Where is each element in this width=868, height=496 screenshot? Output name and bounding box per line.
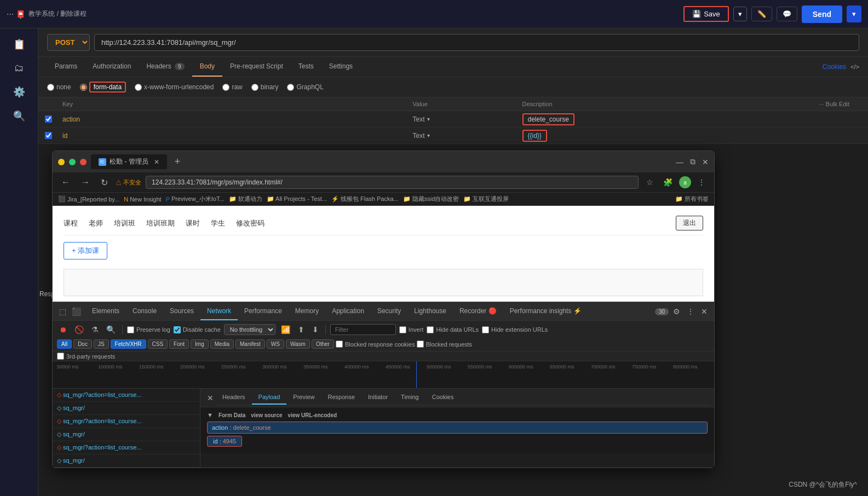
filter-other[interactable]: Other [312, 339, 334, 349]
clear-btn[interactable]: 🚫 [72, 323, 86, 336]
view-urlencoded-link[interactable]: view URL-encoded [288, 412, 337, 418]
postman-ellipsis[interactable]: ··· [7, 9, 14, 19]
tab-tests[interactable]: Tests [291, 57, 321, 77]
bookmark-interconnect[interactable]: 📁 互联互通投屏 [463, 195, 509, 203]
nav-training[interactable]: 培训班 [114, 218, 135, 228]
nav-forward-btn[interactable]: → [78, 176, 93, 188]
sidebar-icon-history[interactable]: 📋 [9, 34, 30, 55]
bookmark-linehou[interactable]: ⚡ 线猴包 Flash Packa... [331, 195, 399, 203]
record-btn[interactable]: ⏺ [57, 323, 69, 336]
hide-ext-urls-check[interactable]: Hide extension URLs [482, 326, 548, 333]
filter-ws[interactable]: WS [267, 339, 284, 349]
devtools-close-btn[interactable]: ✕ [699, 305, 710, 318]
dt-tab-sources[interactable]: Sources [163, 303, 200, 320]
radio-formdata[interactable]: form-data [80, 82, 126, 93]
row1-type[interactable]: Text ▾ [409, 112, 518, 126]
sidebar-icon-collections[interactable]: 🗂 [10, 58, 28, 78]
address-input[interactable] [146, 176, 639, 189]
download-btn[interactable]: ⬇ [310, 323, 321, 336]
nav-teacher[interactable]: 老师 [89, 218, 103, 228]
np-tab-cookies[interactable]: Cookies [426, 390, 461, 405]
tab-headers[interactable]: Headers 9 [139, 57, 192, 77]
save-dropdown-button[interactable]: ▾ [733, 7, 747, 21]
filter-wasm[interactable]: Wasm [286, 339, 310, 349]
dt-tab-console[interactable]: Console [126, 303, 163, 320]
view-source-link[interactable]: view source [251, 412, 282, 418]
browser-max-btn[interactable] [69, 159, 76, 165]
comment-button[interactable]: 💬 [777, 7, 797, 21]
filter-media[interactable]: Media [210, 339, 234, 349]
np-tab-headers[interactable]: Headers [216, 390, 252, 405]
tab-body[interactable]: Body [192, 57, 222, 77]
net-item-6[interactable]: ◇ sq_mgr/ [53, 454, 200, 468]
nav-training-period[interactable]: 培训班期 [146, 218, 175, 228]
xml-btn[interactable]: </> [850, 64, 859, 70]
devtools-pointer-btn[interactable]: ⬚ [57, 305, 68, 318]
blocked-requests-check[interactable]: Blocked requests [417, 339, 472, 349]
win-restore-btn[interactable]: ⧉ [690, 157, 695, 166]
net-item-5[interactable]: ◇ sq_mgr/?action=list_course... [53, 441, 200, 454]
browser-min-btn[interactable] [58, 159, 65, 165]
user-btn[interactable]: a [679, 176, 691, 188]
radio-raw[interactable]: raw [222, 83, 242, 91]
edit-button[interactable]: ✏️ [751, 7, 772, 21]
row2-check[interactable] [38, 128, 58, 143]
send-dropdown-button[interactable]: ▾ [847, 5, 861, 22]
row2-type[interactable]: Text ▾ [409, 129, 518, 143]
radio-none[interactable]: none [47, 83, 71, 91]
browser-tab[interactable]: 松 松勤 - 管理员 ✕ [91, 154, 167, 169]
third-party-check[interactable]: 3rd-party requests [57, 353, 710, 360]
panel-close-btn[interactable]: ✕ [205, 391, 216, 405]
devtools-more-btn[interactable]: ⋮ [685, 305, 697, 318]
bookmark-folder1[interactable]: 📁 软通动力 [229, 195, 262, 203]
tab-settings[interactable]: Settings [321, 57, 360, 77]
url-input[interactable] [94, 34, 859, 51]
net-item-1[interactable]: ◇ sq_mgr/?action=list_course... [53, 389, 200, 402]
wifi-btn[interactable]: 📶 [279, 323, 292, 336]
browser-close-btn[interactable] [80, 159, 87, 165]
save-button[interactable]: 💾 Save [683, 6, 729, 22]
disable-cache-check[interactable]: Disable cache [174, 326, 221, 333]
dt-tab-elements[interactable]: Elements [85, 303, 126, 320]
hide-data-urls-check[interactable]: Hide data URLs [427, 326, 479, 333]
nav-refresh-btn[interactable]: ↻ [97, 176, 111, 189]
search-btn[interactable]: 🔍 [104, 323, 118, 336]
devtools-inspect-btn[interactable]: ⬛ [70, 305, 83, 318]
nav-lesson[interactable]: 课时 [186, 218, 200, 228]
bookmark-preview[interactable]: P Previvew_小米IoT... [166, 195, 225, 203]
nav-course[interactable]: 课程 [64, 218, 78, 228]
row1-key[interactable]: action [58, 112, 409, 126]
dt-tab-security[interactable]: Security [371, 303, 407, 320]
throttle-select[interactable]: No throttling [224, 324, 275, 335]
net-item-3[interactable]: ◇ sq_mgr/?action=list_course... [53, 415, 200, 428]
more-btn[interactable]: ⋮ [694, 177, 709, 188]
radio-binary[interactable]: binary [251, 83, 279, 91]
filter-js[interactable]: JS [94, 339, 109, 349]
np-tab-payload[interactable]: Payload [252, 390, 287, 405]
bookmark-newinsight[interactable]: N New Insight [124, 196, 161, 203]
cookies-link[interactable]: Cookies [823, 63, 846, 71]
row1-value[interactable]: delete_course [518, 112, 869, 126]
dt-tab-perf-insights[interactable]: Performance insights ⚡ [503, 303, 588, 320]
method-select[interactable]: POST [47, 34, 90, 51]
add-course-btn[interactable]: + 添加课 [64, 242, 107, 259]
sidebar-icon-settings[interactable]: ⚙️ [9, 82, 30, 102]
dt-tab-lighthouse[interactable]: Lighthouse [407, 303, 453, 320]
bookmark-btn[interactable]: ☆ [643, 177, 657, 188]
blocked-cookies-check[interactable]: Blocked response cookies [336, 339, 415, 349]
devtools-settings-btn[interactable]: ⚙ [671, 305, 682, 318]
filter-font[interactable]: Font [169, 339, 189, 349]
bookmark-all[interactable]: 📁 所有书签 [675, 195, 709, 203]
row1-check[interactable] [38, 111, 58, 127]
new-tab-btn[interactable]: + [171, 156, 184, 168]
dt-tab-memory[interactable]: Memory [289, 303, 325, 320]
invert-check[interactable]: Invert [399, 326, 424, 333]
nav-student[interactable]: 学生 [211, 218, 225, 228]
upload-btn[interactable]: ⬆ [296, 323, 307, 336]
bulk-edit-btn[interactable]: ··· Bulk Edit [819, 101, 858, 107]
np-tab-initiator[interactable]: Initiator [361, 390, 394, 405]
filter-input[interactable] [330, 324, 396, 335]
browser-tab-close[interactable]: ✕ [154, 158, 159, 166]
sidebar-icon-search[interactable]: 🔍 [9, 106, 30, 126]
win-close-btn[interactable]: ✕ [702, 158, 709, 166]
